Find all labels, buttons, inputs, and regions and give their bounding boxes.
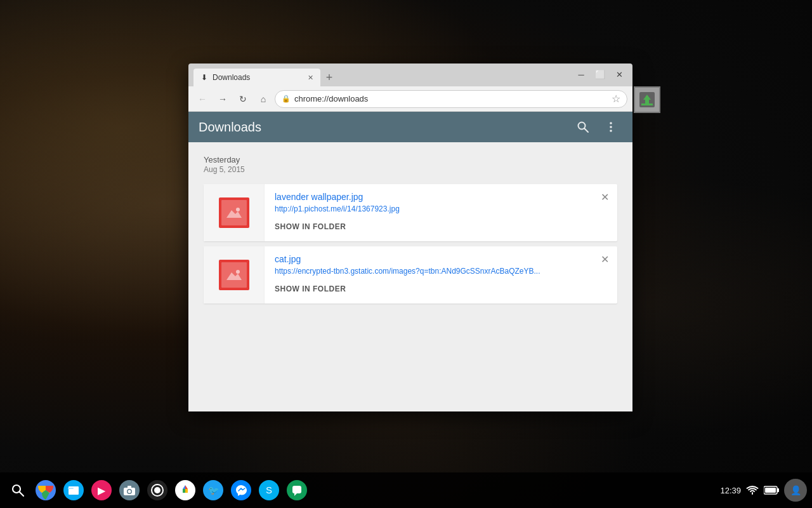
reload-button[interactable]: ↻	[234, 90, 252, 108]
address-bar-area: ← → ↻ ⌂ 🔒 chrome://downloads ☆	[188, 86, 632, 112]
date-label: Yesterday	[204, 155, 617, 164]
address-text: chrome://downloads	[294, 94, 608, 104]
active-tab[interactable]: ⬇ Downloads ✕	[193, 69, 320, 86]
download-thumbnail-1	[204, 184, 265, 241]
download-filename-2[interactable]: cat.jpg	[275, 254, 607, 264]
search-downloads-button[interactable]	[572, 116, 594, 138]
taskbar-hangouts-icon[interactable]	[284, 478, 310, 503]
new-tab-button[interactable]: +	[320, 69, 338, 86]
svg-marker-36	[183, 489, 185, 493]
more-vert-icon	[605, 121, 617, 133]
download-arrow-icon	[638, 91, 656, 109]
svg-rect-8	[224, 204, 244, 222]
mountain-image-icon	[224, 204, 244, 222]
bookmark-star-button[interactable]: ☆	[612, 93, 620, 105]
tab-download-icon: ⬇	[200, 73, 209, 82]
photos-icon	[175, 480, 195, 500]
camera-icon	[119, 480, 140, 500]
mountain-image-icon-2	[224, 266, 244, 284]
remove-download-button-1[interactable]: ✕	[597, 189, 612, 204]
address-bar[interactable]: 🔒 chrome://downloads ☆	[275, 90, 627, 108]
close-button[interactable]: ✕	[611, 66, 627, 83]
header-actions	[572, 116, 622, 138]
svg-line-4	[585, 129, 589, 133]
svg-text:S: S	[266, 485, 272, 495]
twitter-icon: 🐦	[203, 480, 223, 500]
taskbar-skype-icon[interactable]: S	[256, 478, 282, 503]
taskbar-chrome-icon[interactable]	[33, 478, 58, 503]
svg-rect-2	[641, 104, 653, 105]
home-button[interactable]: ⌂	[254, 90, 272, 108]
store-icon: ▶	[91, 480, 112, 500]
download-item-2: cat.jpg https://encrypted-tbn3.gstatic.c…	[204, 246, 617, 304]
image-file-icon-1	[219, 197, 249, 228]
taskbar-time: 12:39	[720, 486, 741, 495]
files-icon	[63, 480, 84, 500]
page-content: Downloads	[188, 112, 632, 411]
taskbar-right: 12:39 👤	[720, 479, 807, 502]
browser-window: ⬇ Downloads ✕ + ─ ⬜ ✕ ← → ↻ ⌂ 🔒 chrome:/…	[188, 64, 632, 411]
svg-text:🐦: 🐦	[208, 485, 219, 496]
battery-icon	[764, 486, 779, 495]
svg-point-7	[610, 130, 612, 132]
taskbar: ▶	[0, 472, 812, 508]
taskbar-store-icon[interactable]: ▶	[89, 478, 114, 503]
remove-download-button-2[interactable]: ✕	[597, 251, 612, 267]
skype-icon: S	[259, 480, 279, 500]
image-file-icon-2	[219, 260, 249, 290]
window-controls: ─ ⬜ ✕	[573, 66, 627, 83]
download-url-1[interactable]: http://p1.pichost.me/i/14/1367923.jpg	[275, 204, 579, 213]
svg-rect-47	[777, 488, 779, 492]
taskbar-files-icon[interactable]	[61, 478, 86, 503]
svg-rect-11	[224, 266, 244, 284]
taskbar-left: ▶	[5, 478, 720, 503]
download-url-2[interactable]: https://encrypted-tbn3.gstatic.com/image…	[275, 267, 579, 276]
download-info-2: cat.jpg https://encrypted-tbn3.gstatic.c…	[265, 246, 617, 304]
svg-rect-29	[128, 486, 131, 488]
search-icon	[577, 121, 589, 133]
taskbar-search-button[interactable]	[5, 478, 30, 503]
taskbar-messenger-icon[interactable]	[228, 478, 254, 503]
date-value: Aug 5, 2015	[204, 165, 617, 174]
taskbar-camera-icon[interactable]	[117, 478, 142, 503]
svg-text:▶: ▶	[98, 485, 106, 496]
svg-point-32	[154, 487, 160, 493]
download-thumbnail-2	[204, 246, 265, 304]
back-button[interactable]: ←	[193, 90, 211, 108]
taskbar-camera2-icon[interactable]	[145, 478, 170, 503]
user-avatar[interactable]: 👤	[784, 479, 807, 502]
chrome-icon	[36, 480, 56, 500]
search-taskbar-icon	[11, 483, 25, 497]
svg-rect-44	[292, 486, 301, 493]
svg-line-15	[20, 492, 24, 497]
download-filename-1[interactable]: lavender wallpaper.jpg	[275, 192, 607, 202]
downloads-header: Downloads	[188, 112, 632, 142]
downloads-extension-icon[interactable]	[634, 86, 660, 113]
tab-close-button[interactable]: ✕	[305, 72, 315, 83]
show-in-folder-button-1[interactable]: SHOW IN FOLDER	[275, 220, 346, 234]
svg-point-10	[236, 208, 240, 211]
tab-title: Downloads	[213, 73, 301, 82]
svg-point-5	[610, 122, 612, 124]
svg-rect-22	[68, 488, 74, 489]
desktop: ⬇ Downloads ✕ + ─ ⬜ ✕ ← → ↻ ⌂ 🔒 chrome:/…	[0, 0, 812, 508]
hangouts-icon	[287, 480, 307, 500]
show-in-folder-button-2[interactable]: SHOW IN FOLDER	[275, 282, 346, 296]
svg-point-13	[236, 270, 240, 274]
download-info-1: lavender wallpaper.jpg http://p1.pichost…	[265, 184, 617, 241]
svg-point-6	[610, 126, 612, 128]
date-section: Yesterday Aug 5, 2015	[188, 142, 632, 179]
maximize-button[interactable]: ⬜	[592, 66, 608, 83]
more-options-button[interactable]	[599, 116, 622, 138]
svg-marker-9	[226, 210, 242, 218]
taskbar-twitter-icon[interactable]: 🐦	[200, 478, 226, 503]
downloads-page-title: Downloads	[199, 120, 261, 135]
svg-point-28	[128, 490, 131, 493]
camera2-icon	[147, 480, 167, 500]
svg-marker-12	[226, 272, 242, 280]
minimize-button[interactable]: ─	[573, 66, 589, 83]
tab-bar: ⬇ Downloads ✕ + ─ ⬜ ✕	[188, 64, 632, 86]
download-item: lavender wallpaper.jpg http://p1.pichost…	[204, 184, 617, 241]
taskbar-photos-icon[interactable]	[173, 478, 198, 503]
forward-button[interactable]: →	[214, 90, 232, 108]
